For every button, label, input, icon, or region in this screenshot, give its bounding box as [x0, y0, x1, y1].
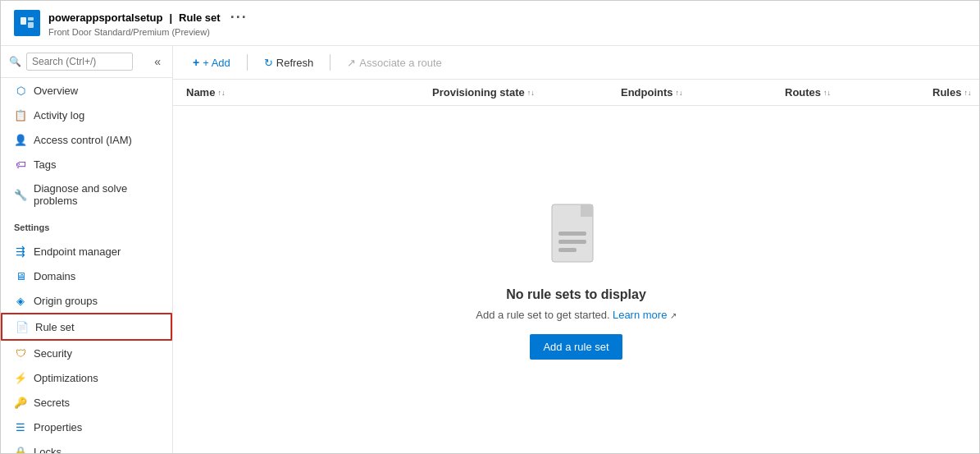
app-header: powerappsportalsetup | Rule set ··· Fron… [1, 1, 979, 46]
secrets-icon: 🔑 [14, 396, 27, 409]
col-header-provisioning[interactable]: Provisioning state ↑↓ [419, 80, 608, 105]
header-more-button[interactable]: ··· [230, 9, 248, 26]
col-header-endpoints[interactable]: Endpoints ↑↓ [608, 80, 772, 105]
empty-state-icon [544, 200, 609, 274]
domains-icon: 🖥 [14, 269, 27, 282]
svg-rect-5 [581, 204, 593, 217]
overview-icon: ⬡ [14, 84, 27, 97]
locks-icon: 🔒 [14, 445, 27, 453]
sidebar-label-rule-set: Rule set [35, 321, 75, 333]
sidebar-item-security[interactable]: 🛡 Security [1, 341, 172, 365]
svg-rect-2 [28, 22, 34, 28]
associate-icon: ↗ [347, 57, 356, 69]
associate-route-button[interactable]: ↗ Associate a route [340, 53, 448, 72]
col-routes-sort: ↑↓ [823, 89, 831, 97]
sidebar-item-rule-set[interactable]: 📄 Rule set [1, 313, 172, 341]
col-prov-sort: ↑↓ [527, 89, 535, 97]
sidebar-label-diagnose: Diagnose and solve problems [34, 182, 159, 207]
refresh-button[interactable]: ↻ Refresh [258, 53, 321, 72]
title-separator: | [169, 11, 172, 24]
external-link-icon: ↗ [670, 311, 677, 320]
header-title-group: powerappsportalsetup | Rule set ··· Fron… [48, 9, 248, 37]
tags-icon: 🏷 [14, 158, 27, 171]
sidebar-item-diagnose[interactable]: 🔧 Diagnose and solve problems [1, 177, 172, 213]
sidebar-label-origin-groups: Origin groups [34, 295, 98, 307]
page-title: Rule set [179, 11, 221, 24]
learn-more-link[interactable]: Learn more [613, 309, 667, 321]
empty-state-wrapper: No rule sets to display Add a rule set t… [173, 106, 979, 453]
empty-state-desc-text: Add a rule set to get started. [476, 309, 609, 321]
col-rules-label: Rules [932, 86, 961, 99]
diagnose-icon: 🔧 [14, 188, 27, 201]
svg-rect-1 [28, 17, 34, 21]
col-endpoints-label: Endpoints [621, 86, 673, 99]
add-button[interactable]: + + Add [186, 53, 237, 72]
col-header-routes[interactable]: Routes ↑↓ [772, 80, 919, 105]
search-icon: 🔍 [9, 56, 21, 67]
col-header-name[interactable]: Name ↑↓ [173, 80, 419, 105]
collapse-sidebar-button[interactable]: « [151, 53, 164, 70]
col-header-rules[interactable]: Rules ↑↓ [919, 80, 979, 105]
table-header: Name ↑↓ Provisioning state ↑↓ Endpoints … [173, 80, 979, 106]
col-routes-label: Routes [785, 86, 821, 99]
sidebar-item-secrets[interactable]: 🔑 Secrets [1, 390, 172, 415]
sidebar-item-optimizations[interactable]: ⚡ Optimizations [1, 365, 172, 390]
rule-set-icon: 📄 [16, 320, 29, 333]
sidebar-label-overview: Overview [34, 85, 78, 97]
sidebar-label-endpoint-manager: Endpoint manager [34, 245, 121, 258]
empty-state: No rule sets to display Add a rule set t… [173, 167, 979, 392]
sidebar-label-activity-log: Activity log [34, 109, 84, 122]
sidebar-item-overview[interactable]: ⬡ Overview [1, 78, 172, 103]
refresh-icon: ↻ [264, 57, 273, 69]
properties-icon: ☰ [14, 420, 27, 433]
sidebar-label-tags: Tags [34, 158, 56, 171]
sidebar-item-iam[interactable]: 👤 Access control (IAM) [1, 127, 172, 152]
sidebar-item-origin-groups[interactable]: ◈ Origin groups [1, 288, 172, 313]
sidebar-item-endpoint-manager[interactable]: ⇶ Endpoint manager [1, 239, 172, 264]
sidebar-label-properties: Properties [34, 421, 82, 433]
app-icon [14, 10, 40, 36]
empty-state-title: No rule sets to display [506, 287, 646, 302]
sidebar-label-domains: Domains [34, 270, 75, 282]
sidebar-item-activity-log[interactable]: 📋 Activity log [1, 103, 172, 127]
sidebar-item-locks[interactable]: 🔒 Locks [1, 439, 172, 453]
toolbar-separator-2 [330, 54, 330, 71]
header-title: powerappsportalsetup | Rule set ··· [48, 9, 248, 26]
sidebar-label-secrets: Secrets [34, 397, 70, 409]
col-rules-sort: ↑↓ [964, 89, 971, 97]
svg-rect-8 [558, 248, 577, 252]
toolbar-separator-1 [247, 54, 248, 71]
content-area: + + Add ↻ Refresh ↗ Associate a route Na… [173, 46, 979, 453]
col-prov-label: Provisioning state [432, 86, 525, 99]
svg-rect-6 [558, 232, 586, 236]
sidebar-label-iam: Access control (IAM) [34, 134, 132, 146]
sidebar-item-properties[interactable]: ☰ Properties [1, 415, 172, 439]
col-name-sort: ↑↓ [217, 89, 225, 97]
sidebar-item-tags[interactable]: 🏷 Tags [1, 152, 172, 177]
sidebar-item-domains[interactable]: 🖥 Domains [1, 264, 172, 288]
activity-log-icon: 📋 [14, 108, 27, 122]
toolbar: + + Add ↻ Refresh ↗ Associate a route [173, 46, 979, 80]
origin-groups-icon: ◈ [14, 294, 27, 307]
section-settings: Settings [1, 213, 172, 236]
col-name-label: Name [186, 86, 215, 99]
associate-label: Associate a route [359, 57, 441, 69]
sidebar-label-locks: Locks [34, 446, 62, 454]
empty-state-description: Add a rule set to get started. Learn mor… [476, 309, 677, 321]
sidebar-label-security: Security [34, 347, 72, 360]
search-box: 🔍 « [1, 46, 172, 78]
svg-rect-7 [558, 240, 586, 244]
header-subtitle: Front Door Standard/Premium (Preview) [48, 27, 248, 37]
iam-icon: 👤 [14, 133, 27, 146]
add-icon: + [193, 56, 199, 69]
optimizations-icon: ⚡ [14, 371, 27, 384]
sidebar-label-optimizations: Optimizations [34, 372, 98, 384]
refresh-label: Refresh [276, 57, 314, 69]
add-label: + Add [203, 57, 230, 69]
add-rule-set-button[interactable]: Add a rule set [530, 334, 622, 360]
endpoint-manager-icon: ⇶ [14, 245, 27, 258]
svg-rect-0 [21, 17, 26, 25]
app-name: powerappsportalsetup [48, 11, 162, 24]
main-layout: 🔍 « ⬡ Overview 📋 Activity log 👤 Access c… [1, 46, 979, 453]
search-input[interactable] [26, 53, 133, 71]
